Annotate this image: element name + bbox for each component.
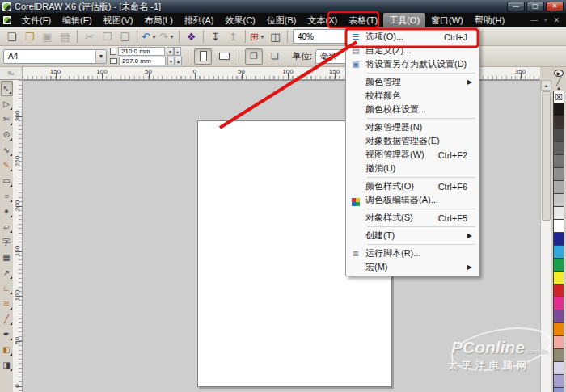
shape-tool[interactable]: ▷ [1, 96, 13, 112]
color-swatch[interactable] [553, 181, 564, 194]
color-swatch[interactable] [553, 375, 564, 388]
export-button[interactable]: ↥ [225, 29, 242, 44]
menu-item-19[interactable]: 创建(T)▶ [346, 229, 479, 242]
maximize-button[interactable]: ▢ [526, 2, 544, 11]
doc-minimize-button[interactable]: — [530, 16, 538, 24]
chevron-down-icon[interactable]: ▼ [95, 50, 106, 63]
color-swatch[interactable] [553, 310, 564, 323]
page-width-field[interactable]: 210.0 mm [118, 47, 165, 56]
dimension-tool[interactable]: ↗ [1, 265, 13, 280]
width-spin-down[interactable]: ▼ [167, 47, 174, 56]
menubar-item-8[interactable]: 文本(X) [302, 13, 343, 28]
copy-button[interactable]: ❐ [99, 29, 116, 44]
paste-button[interactable]: ❑ [116, 29, 133, 44]
rectangle-tool[interactable]: ▭ [1, 173, 13, 188]
crop-tool[interactable]: ✄ [1, 112, 13, 127]
connector-tool[interactable]: ∟ [1, 280, 13, 296]
menu-item-17[interactable]: 对象样式(S)Ctrl+F5 [346, 211, 479, 225]
blend-tool[interactable]: ≋ [1, 296, 13, 311]
menu-item-1[interactable]: ☰选项(O)...Ctrl+J [346, 30, 479, 44]
zoom-tool[interactable]: ⊙ [1, 127, 13, 142]
search-content-button[interactable]: ❖ [183, 29, 200, 44]
current-page-layout-button[interactable]: ❏ [266, 48, 284, 65]
import-button[interactable]: ↧ [207, 29, 224, 44]
menu-item-22[interactable]: 宏(M)▶ [346, 260, 479, 274]
menubar-item-7[interactable]: 位图(B) [261, 13, 302, 28]
color-swatch[interactable] [553, 103, 564, 116]
all-pages-layout-button[interactable]: ❐ [245, 48, 263, 65]
menubar-item-1[interactable]: 文件(F) [16, 13, 57, 28]
cut-button[interactable]: ✂ [81, 29, 98, 44]
color-swatch[interactable] [553, 142, 564, 155]
pick-tool[interactable]: ↖ [1, 81, 13, 96]
menu-item-7[interactable]: 颜色校样设置... [346, 103, 479, 116]
vertical-scrollbar[interactable]: ▲ [540, 80, 551, 392]
height-spin-up[interactable]: ▲ [175, 57, 182, 65]
welcome-screen-button[interactable]: ◫ [267, 29, 284, 44]
color-swatch[interactable] [553, 220, 564, 233]
fill-tool[interactable]: ◧ [1, 342, 13, 357]
menubar-item-10[interactable]: 工具(O) [383, 13, 425, 28]
open-button[interactable]: ❐ [21, 29, 38, 44]
color-swatch[interactable] [553, 362, 564, 375]
color-swatch[interactable] [553, 297, 564, 310]
ellipse-tool[interactable]: ○ [1, 188, 13, 204]
new-document-button[interactable]: ❏ [3, 29, 20, 44]
close-button[interactable]: ✕ [546, 2, 564, 11]
undo-button[interactable]: ↶▼ [141, 29, 158, 44]
scroll-up-icon[interactable]: ▲ [541, 80, 551, 91]
color-swatch[interactable] [553, 349, 564, 362]
page-height-field[interactable]: 297.0 mm [119, 57, 166, 65]
text-tool[interactable]: 字 [1, 234, 13, 250]
redo-button[interactable]: ↷▼ [158, 29, 175, 44]
portrait-button[interactable] [194, 48, 212, 65]
doc-restore-button[interactable]: ▫ [544, 16, 547, 24]
color-swatch[interactable] [553, 129, 564, 142]
palette-eyedropper-icon[interactable]: ╱ [556, 77, 561, 86]
color-swatch[interactable] [553, 194, 564, 207]
landscape-button[interactable] [215, 48, 233, 65]
menubar-item-9[interactable]: 表格(T) [343, 13, 383, 28]
color-swatch[interactable] [553, 233, 564, 246]
color-swatch[interactable] [553, 246, 564, 259]
chevron-down-icon[interactable]: ▼ [260, 34, 265, 40]
menu-item-14[interactable]: 颜色样式(O)Ctrl+F6 [346, 179, 479, 193]
menubar-item-6[interactable]: 效果(C) [220, 13, 261, 28]
color-swatch[interactable] [553, 116, 564, 129]
application-launcher-button[interactable]: ⊞▼ [249, 29, 266, 44]
color-swatch[interactable] [553, 207, 564, 220]
polygon-tool[interactable]: ✶ [1, 204, 13, 219]
menu-item-15[interactable]: 调色板编辑器(A)... [346, 193, 479, 207]
menu-item-3[interactable]: ▣将设置另存为默认设置(D) [346, 57, 479, 71]
page-preset-combo[interactable]: A4 ▼ [3, 49, 107, 64]
ruler-origin[interactable]: ‰ [0, 67, 23, 80]
color-swatch[interactable] [553, 323, 564, 336]
height-spin-down[interactable]: ▼ [167, 57, 175, 65]
color-swatch[interactable] [553, 285, 564, 297]
color-swatch[interactable] [553, 259, 564, 272]
scrollbar-thumb[interactable] [542, 91, 551, 221]
basic-shapes-tool[interactable]: ▱ [1, 219, 13, 234]
print-button[interactable]: ▤ [57, 29, 74, 44]
color-swatch[interactable] [553, 155, 564, 168]
menubar-item-11[interactable]: 窗口(W) [425, 13, 469, 28]
menubar-item-3[interactable]: 视图(V) [98, 13, 139, 28]
interactive-fill-tool[interactable]: ◨ [1, 357, 13, 373]
menu-item-5[interactable]: 颜色管理▶ [346, 75, 479, 89]
menu-item-10[interactable]: 对象数据管理器(E) [346, 134, 479, 148]
chevron-down-icon[interactable]: ▼ [151, 34, 157, 40]
menu-item-12[interactable]: 撤消(U) [346, 162, 479, 175]
chevron-down-icon[interactable]: ▼ [169, 34, 175, 40]
no-color-swatch[interactable]: ☒ [553, 91, 564, 103]
menu-item-2[interactable]: ▤自定义(Z)... [346, 44, 479, 57]
menubar-item-5[interactable]: 排列(A) [179, 13, 220, 28]
width-spin-up[interactable]: ▲ [174, 47, 181, 56]
menu-item-9[interactable]: 对象管理器(N) [346, 120, 479, 134]
table-tool[interactable]: ▦ [1, 250, 13, 265]
menu-item-6[interactable]: 校样颜色 [346, 89, 479, 103]
outline-pen-tool[interactable]: ✒ [1, 327, 13, 342]
menubar-item-2[interactable]: 编辑(E) [57, 13, 98, 28]
menu-item-21[interactable]: ≣运行脚本(R)... [346, 247, 479, 260]
palette-flyout-button[interactable]: ▶ [554, 70, 564, 77]
freehand-tool[interactable]: ∿ [1, 142, 13, 158]
